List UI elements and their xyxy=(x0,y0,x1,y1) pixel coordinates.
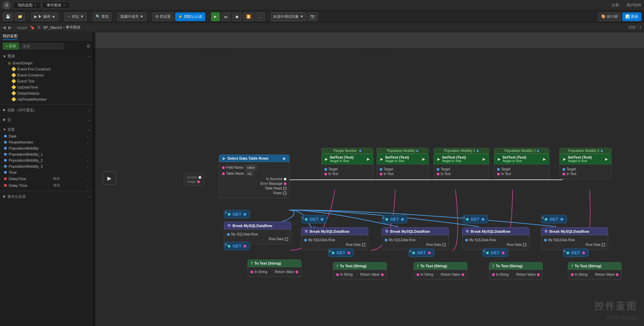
get-node-2[interactable]: 2 GET xyxy=(382,215,408,223)
population-mobility-2-settext-node[interactable]: Population Mobility 2 ▶ SetText (Text) T… xyxy=(494,148,549,179)
sidebar-item-delay-data-up[interactable]: DelayDataUp xyxy=(0,90,93,96)
next-button[interactable]: ⏭ xyxy=(221,12,231,21)
sidebar-item-event-pre-construct[interactable]: Event Pre Construct xyxy=(0,66,93,72)
var-pm2-expand[interactable]: ⌄ xyxy=(86,159,89,162)
var-people-number[interactable]: PeopleNumber ⌄ xyxy=(0,139,93,145)
functions-header[interactable]: ▶ 函数（36可覆盖） + xyxy=(0,107,93,114)
population-mobility-1-settext-node[interactable]: Population Mobility 1 ▶ SetText (Text) T… xyxy=(434,148,489,179)
debug-more-button[interactable]: … xyxy=(255,12,265,21)
browse-button[interactable]: 📁 xyxy=(15,12,25,21)
tab-my-blueprint-close[interactable]: × xyxy=(35,3,37,7)
var-delay-time-2[interactable]: Delay Time 布尔 ⌄ xyxy=(0,182,93,189)
break-mysql-0[interactable]: ⧉ Break MySQLDataRow My SQLData Row Row … xyxy=(224,222,291,244)
var-pm3-expand[interactable]: ⌄ xyxy=(86,165,89,168)
to-text-0[interactable]: f To Text (String) In String Return Valu… xyxy=(248,260,301,277)
sidebar-item-event-tick[interactable]: Event Tick xyxy=(0,78,93,84)
var-population-mobility-1[interactable]: PopulationMobility_1 ⌄ xyxy=(0,151,93,157)
sidebar-item-event-graph[interactable]: ⊞ EventGraph xyxy=(0,60,93,66)
get-node-0[interactable]: 0 GET xyxy=(224,210,250,218)
graphs-plus-icon[interactable]: + xyxy=(88,54,90,58)
class-default-button[interactable]: ⚡ 类默认认值 xyxy=(175,12,205,21)
find-button[interactable]: 🔍 查找 xyxy=(93,12,112,21)
compile-button[interactable]: ▶ ▶ 编译 ▼ xyxy=(31,12,58,21)
to-text-2[interactable]: f To Text (String) In String Return Valu… xyxy=(414,262,467,280)
debug-object-dropdown[interactable]: 未选中调试对象 ▼ xyxy=(271,12,306,21)
to-text-1[interactable]: f To Text (String) In String Return Valu… xyxy=(333,262,387,280)
population-mobility-settext-node[interactable]: Population Mobility ▶ SetText (Text) Tar… xyxy=(377,148,429,179)
graph-button[interactable]: 📊 图表 xyxy=(622,12,641,21)
nav-back-button[interactable]: ◀ xyxy=(3,25,6,30)
var-population-mobility-3[interactable]: PopulationMobility_3 ⌄ xyxy=(0,163,93,169)
var-population-mobility[interactable]: PopulationMobility ⌄ xyxy=(0,145,93,151)
sidebar-item-event-construct[interactable]: Event Construct xyxy=(0,72,93,78)
var-date[interactable]: Date ⌄ xyxy=(0,133,93,139)
macros-header[interactable]: ▶ 宏 + xyxy=(0,116,93,123)
macros-plus[interactable]: + xyxy=(88,118,90,122)
breadcrumb-graph[interactable]: 事件图表 xyxy=(66,25,80,30)
var-time-expand[interactable]: ⌄ xyxy=(86,171,89,174)
get-node-inner-0[interactable]: 0 GET xyxy=(224,242,250,250)
pm2-exec-out: ▶ xyxy=(543,157,546,161)
var-population-mobility-2[interactable]: PopulationMobility_2 ⌄ xyxy=(0,157,93,163)
break-mysql-3[interactable]: ⧉ Break MySQLDataRow My SQLData Row Row … xyxy=(462,227,529,250)
people-number-exec-out: ▶ xyxy=(367,157,370,161)
tab-event-graph-close[interactable]: × xyxy=(63,3,65,7)
event-dispatchers-plus[interactable]: + xyxy=(88,195,90,199)
sidebar-item-up-people-number[interactable]: UpPeopleNumber xyxy=(0,96,93,102)
var-time[interactable]: Time ⌄ xyxy=(0,169,93,175)
save-button[interactable]: 💾 xyxy=(3,12,13,21)
variables-header[interactable]: ▼ 变量 + xyxy=(0,126,93,133)
functions-plus[interactable]: + xyxy=(88,108,90,112)
graphs-header[interactable]: ▼ 图表 + xyxy=(0,52,93,60)
get-node-4[interactable]: 4 GET xyxy=(541,215,567,223)
sidebar-settings-icon[interactable]: ⚙ xyxy=(87,44,90,49)
sidebar-search-input[interactable] xyxy=(20,43,64,49)
population-mobility-3-settext-node[interactable]: Population Mobility 3 ▶ SetText (Text) T… xyxy=(559,148,611,179)
get-node-1[interactable]: 1 GET xyxy=(301,215,327,223)
to-text-3[interactable]: f To Text (String) In String Return Valu… xyxy=(489,262,543,280)
add-button[interactable]: + 添加 xyxy=(3,43,19,50)
var-delay-time-expand[interactable]: ⌄ xyxy=(86,177,89,181)
table-name-value[interactable]: ue xyxy=(246,171,253,176)
var-pm3-dot xyxy=(4,165,7,168)
compare-button[interactable]: ↔ 对比 ▼ xyxy=(64,12,87,21)
graphs-section: ▼ 图表 + ⊞ EventGraph Event Pre Construct … xyxy=(0,51,93,104)
variables-plus[interactable]: + xyxy=(88,128,90,132)
to-text-4[interactable]: f To Text (String) In String Return Valu… xyxy=(568,262,622,280)
hide-unrelated-button[interactable]: 隐藏不相关 ▼ xyxy=(117,12,147,21)
bookmark-button[interactable]: 🔖 xyxy=(30,25,35,30)
get-node-inner-3[interactable]: 0 GET xyxy=(482,249,508,257)
breadcrumb-bp[interactable]: BP_MianUI xyxy=(43,25,62,30)
break-mysql-4-title: Break MySQLDataRow xyxy=(549,229,589,233)
break-mysql-1[interactable]: ⧉ Break MySQLDataRow My SQLData Row Row … xyxy=(301,227,368,250)
tab-my-blueprint[interactable]: 我的蓝图 × xyxy=(13,2,41,9)
break-mysql-4[interactable]: ⧉ Break MySQLDataRow My SQLData Row Row … xyxy=(541,227,608,250)
resume-button[interactable]: ⏫ xyxy=(243,12,254,21)
sidebar-tab-my-blueprint[interactable]: 我的蓝图 xyxy=(3,34,17,40)
get-node-inner-1[interactable]: 0 GET xyxy=(328,249,354,257)
break-4-output-label: Row Data xyxy=(586,243,600,247)
select-data-table-node[interactable]: ▶ Select Data Table Rows ▶ Feild Name va… xyxy=(219,155,289,198)
get-node-3[interactable]: 3 GET xyxy=(462,215,488,223)
blueprint-canvas[interactable]: ▶ uccess ssage ▶ Select Data Table Rows … xyxy=(93,32,644,326)
designer-button[interactable]: 🎨 设计师 xyxy=(598,12,621,21)
var-date-expand[interactable]: ⌄ xyxy=(86,134,89,138)
break-mysql-2[interactable]: ⧉ Break MySQLDataRow My SQLData Row Row … xyxy=(382,227,449,250)
nav-fwd-button[interactable]: ▶ xyxy=(8,25,11,30)
get-node-inner-4[interactable]: 0 GET xyxy=(563,249,589,257)
sidebar-item-update-datetime[interactable]: UpDateTime xyxy=(0,84,93,90)
class-settings-button[interactable]: ⚙ 类设置 xyxy=(152,12,174,21)
event-dispatchers-header[interactable]: ▶ 事件分发器 + xyxy=(0,193,93,200)
stop-button[interactable]: ⏹ xyxy=(232,12,242,21)
camera-button[interactable]: 📷 xyxy=(307,12,318,21)
people-number-settext-node[interactable]: People Number ▶ SetText (Text) Target is… xyxy=(321,148,373,179)
tab-event-graph[interactable]: 事件图表 × xyxy=(42,2,70,9)
field-value[interactable]: value xyxy=(245,165,257,170)
var-population-mobility-expand[interactable]: ⌄ xyxy=(86,147,89,150)
play-button[interactable]: ▶ xyxy=(211,12,220,21)
get-node-inner-2[interactable]: 0 GET xyxy=(409,249,434,257)
var-people-number-expand[interactable]: ⌄ xyxy=(86,141,89,144)
var-delay-time2-expand[interactable]: ⌄ xyxy=(86,184,89,187)
var-pm1-expand[interactable]: ⌄ xyxy=(86,153,89,156)
var-delay-time[interactable]: DelayTime 布尔 ⌄ xyxy=(0,175,93,182)
